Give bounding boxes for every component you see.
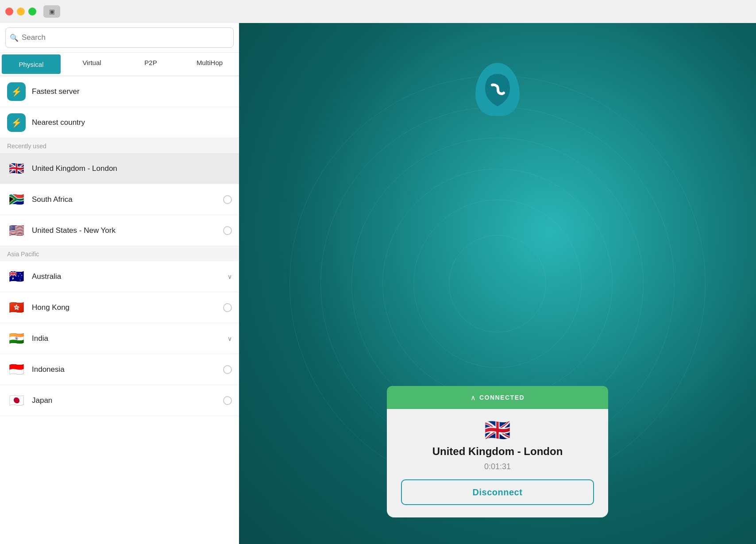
- country-item-india[interactable]: 🇮🇳 India ∨: [0, 323, 239, 354]
- country-name-uk-london: United Kingdom - London: [32, 164, 232, 173]
- main-layout: 🔍 Physical Virtual P2P MultiHop ⚡ Fastes…: [0, 23, 756, 544]
- nearest-country-item[interactable]: ⚡ Nearest country: [0, 107, 239, 138]
- country-item-australia[interactable]: 🇦🇺 Australia ∨: [0, 261, 239, 292]
- country-name-australia: Australia: [32, 272, 221, 281]
- server-list: ⚡ Fastest server ⚡ Nearest country Recen…: [0, 76, 239, 544]
- radio-hong-kong[interactable]: [223, 303, 232, 312]
- window-layout-button[interactable]: ▣: [43, 5, 60, 18]
- card-location: United Kingdom - London: [432, 445, 563, 458]
- fastest-server-icon: ⚡: [7, 82, 26, 101]
- search-icon: 🔍: [10, 34, 19, 42]
- radio-indonesia[interactable]: [223, 365, 232, 374]
- card-flag: 🇬🇧: [484, 420, 511, 441]
- expand-india-icon[interactable]: ∨: [228, 335, 232, 342]
- flag-indonesia: 🇮🇩: [7, 363, 26, 376]
- asia-pacific-header: Asia Pacific: [0, 246, 239, 261]
- card-timer: 0:01:31: [484, 462, 511, 471]
- disconnect-button[interactable]: Disconnect: [401, 479, 594, 505]
- tab-virtual[interactable]: Virtual: [62, 53, 121, 72]
- country-name-hong-kong: Hong Kong: [32, 303, 217, 312]
- right-panel: ∧ CONNECTED 🇬🇧 United Kingdom - London 0…: [239, 23, 756, 544]
- radio-japan[interactable]: [223, 396, 232, 405]
- connected-bar: ∧ CONNECTED: [387, 386, 608, 409]
- radio-south-africa[interactable]: [223, 195, 232, 204]
- recently-used-header: Recently used: [0, 138, 239, 153]
- country-item-japan[interactable]: 🇯🇵 Japan: [0, 385, 239, 416]
- flag-south-africa: 🇿🇦: [7, 193, 26, 206]
- search-input[interactable]: [5, 27, 234, 48]
- nearest-country-label: Nearest country: [32, 118, 85, 127]
- country-item-hong-kong[interactable]: 🇭🇰 Hong Kong: [0, 292, 239, 323]
- chevron-up-icon: ∧: [471, 394, 476, 402]
- left-panel: 🔍 Physical Virtual P2P MultiHop ⚡ Fastes…: [0, 23, 239, 544]
- maximize-button[interactable]: [28, 8, 36, 15]
- flag-us: 🇺🇸: [7, 224, 26, 237]
- titlebar: ▣: [0, 0, 756, 23]
- country-item-us-ny[interactable]: 🇺🇸 United States - New York: [0, 215, 239, 246]
- country-item-indonesia[interactable]: 🇮🇩 Indonesia: [0, 354, 239, 385]
- tab-p2p[interactable]: P2P: [121, 53, 180, 72]
- tab-multihop[interactable]: MultiHop: [180, 53, 239, 72]
- flag-hong-kong: 🇭🇰: [7, 301, 26, 314]
- country-item-south-africa[interactable]: 🇿🇦 South Africa: [0, 184, 239, 215]
- nearest-country-icon: ⚡: [7, 113, 26, 132]
- radio-us-ny[interactable]: [223, 226, 232, 235]
- country-name-indonesia: Indonesia: [32, 365, 217, 374]
- connected-status-label: CONNECTED: [479, 394, 525, 401]
- logo-shape: [475, 63, 520, 116]
- minimize-button[interactable]: [17, 8, 25, 15]
- connection-card: 🇬🇧 United Kingdom - London 0:01:31 Disco…: [387, 409, 608, 517]
- country-name-south-africa: South Africa: [32, 195, 217, 204]
- flag-japan: 🇯🇵: [7, 394, 26, 407]
- close-button[interactable]: [5, 8, 13, 15]
- search-container: 🔍: [0, 23, 239, 53]
- tab-physical[interactable]: Physical: [2, 54, 61, 74]
- flag-uk: 🇬🇧: [7, 162, 26, 175]
- country-name-india: India: [32, 334, 221, 343]
- fastest-server-label: Fastest server: [32, 87, 80, 96]
- search-wrapper: 🔍: [5, 27, 234, 48]
- flag-australia: 🇦🇺: [7, 270, 26, 283]
- surfshark-logo: [475, 63, 520, 116]
- country-name-us-ny: United States - New York: [32, 226, 217, 235]
- country-item-uk-london[interactable]: 🇬🇧 United Kingdom - London: [0, 153, 239, 184]
- connection-card-wrapper: ∧ CONNECTED 🇬🇧 United Kingdom - London 0…: [387, 386, 608, 517]
- country-name-japan: Japan: [32, 396, 217, 405]
- flag-india: 🇮🇳: [7, 332, 26, 345]
- fastest-server-item[interactable]: ⚡ Fastest server: [0, 76, 239, 107]
- tabs-container: Physical Virtual P2P MultiHop: [0, 53, 239, 76]
- expand-australia-icon[interactable]: ∨: [228, 273, 232, 280]
